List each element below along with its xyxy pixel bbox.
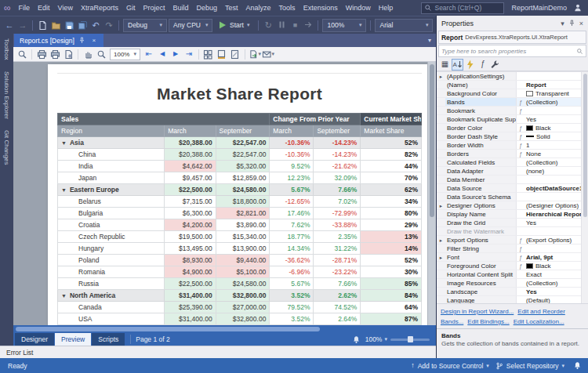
property-row-border-width[interactable]: Border Widthƒ1 bbox=[437, 141, 581, 150]
zoom-slider[interactable] bbox=[390, 339, 430, 341]
zoom-slider-thumb[interactable] bbox=[408, 336, 413, 342]
collapse-triangle-icon[interactable]: ▼ bbox=[61, 187, 67, 193]
pin-icon[interactable] bbox=[568, 20, 575, 27]
export-icon[interactable]: ▾ bbox=[249, 48, 261, 60]
tab-list-chevron-icon[interactable]: ▾ bbox=[423, 34, 436, 47]
property-row-border-dash-style[interactable]: Border Dash StyleƒSolid bbox=[437, 132, 581, 141]
close-icon[interactable]: × bbox=[579, 20, 583, 27]
open-icon[interactable] bbox=[49, 19, 62, 31]
property-value[interactable]: Black bbox=[524, 124, 581, 132]
step-icon[interactable] bbox=[302, 19, 314, 31]
pin-icon[interactable] bbox=[78, 37, 86, 45]
prev-page-icon[interactable]: ◀ bbox=[156, 48, 169, 60]
menu-item-test[interactable]: Test bbox=[221, 2, 242, 13]
property-value[interactable]: Black bbox=[524, 262, 581, 270]
link-design-in-report-wizard[interactable]: Design in Report Wizard... bbox=[441, 308, 514, 315]
expand-icon[interactable]: ▸ bbox=[437, 72, 445, 80]
property-value[interactable] bbox=[524, 227, 581, 235]
expand-icon[interactable]: ▸ bbox=[437, 236, 445, 244]
search-icon[interactable] bbox=[16, 48, 28, 60]
preview-zoom-combo[interactable]: 100%▾ bbox=[110, 49, 140, 60]
object-selector-combo[interactable]: Report DevExpress.XtraReports.UI.XtraRep… bbox=[438, 31, 586, 44]
property-row-filter-string[interactable]: Filter Stringƒ bbox=[437, 244, 581, 253]
menu-item-extensions[interactable]: Extensions bbox=[299, 2, 342, 13]
property-value[interactable]: (Designer Options) bbox=[524, 201, 581, 209]
property-value[interactable]: (Default) bbox=[524, 296, 581, 303]
stop-icon[interactable]: ■ bbox=[289, 19, 301, 31]
property-row-export-options[interactable]: ▸Export Optionsƒ(Export Options) bbox=[437, 236, 581, 244]
property-row-borders[interactable]: BordersƒNone bbox=[437, 150, 581, 158]
property-value[interactable]: objectDataSource1 bbox=[524, 184, 581, 192]
tab-preview[interactable]: Preview bbox=[55, 333, 91, 346]
document-tab[interactable]: Report.cs [Design] × bbox=[14, 34, 103, 47]
close-icon[interactable]: × bbox=[90, 37, 98, 45]
collapse-triangle-icon[interactable]: ▼ bbox=[61, 293, 67, 299]
rail-tab-toolbox[interactable]: Toolbox bbox=[3, 38, 10, 60]
property-value[interactable] bbox=[524, 193, 581, 201]
menu-item-view[interactable]: View bbox=[54, 2, 77, 13]
account-icon[interactable] bbox=[572, 2, 584, 14]
property-value[interactable]: (Collection) bbox=[524, 279, 581, 287]
bell-icon[interactable] bbox=[350, 333, 363, 346]
tab-designer[interactable]: Designer bbox=[15, 333, 54, 346]
property-value[interactable]: Yes bbox=[524, 115, 581, 123]
property-row-draw-the-grid[interactable]: Draw the GridYes bbox=[437, 219, 581, 227]
properties-search-input[interactable] bbox=[441, 48, 576, 55]
menu-item-edit[interactable]: Edit bbox=[34, 2, 54, 13]
chevron-down-icon[interactable]: ▾ bbox=[384, 336, 387, 342]
collapse-triangle-icon[interactable]: ▼ bbox=[61, 140, 67, 146]
property-row-applicationsettings[interactable]: ▸(ApplicationSettings) bbox=[437, 72, 581, 81]
search-box[interactable] bbox=[421, 2, 504, 14]
menu-item-tools[interactable]: Tools bbox=[275, 2, 299, 13]
bell-icon[interactable] bbox=[571, 360, 583, 372]
property-row-background-color[interactable]: Background ColorTransparent bbox=[437, 89, 581, 98]
property-value[interactable]: Arial, 9pt bbox=[524, 253, 581, 261]
property-row-landscape[interactable]: LandscapeYes bbox=[437, 288, 581, 296]
email-icon[interactable]: ▾ bbox=[262, 48, 274, 60]
quick-print-icon[interactable] bbox=[49, 48, 61, 60]
property-value[interactable] bbox=[524, 72, 581, 80]
categorized-icon[interactable]: ▦ bbox=[439, 59, 451, 71]
menu-item-help[interactable]: Help bbox=[375, 2, 397, 13]
magnifier-icon[interactable] bbox=[95, 48, 107, 60]
property-pages-icon[interactable] bbox=[489, 59, 501, 71]
multipage-icon[interactable] bbox=[202, 48, 215, 60]
platform-combo[interactable]: Any CPU▾ bbox=[169, 19, 212, 32]
property-row-data-adapter[interactable]: Data Adapter(none) bbox=[437, 167, 581, 176]
new-file-icon[interactable] bbox=[36, 19, 49, 31]
property-row-font[interactable]: ▸FontƒArial, 9pt bbox=[437, 253, 581, 262]
expressions-icon[interactable]: ƒ bbox=[477, 59, 488, 71]
property-row-data-member[interactable]: Data Member bbox=[437, 176, 581, 184]
rail-tab-solution-explorer[interactable]: Solution Explorer bbox=[3, 71, 10, 119]
hand-tool-icon[interactable] bbox=[82, 48, 94, 60]
menu-item-xtrareports[interactable]: XtraReports bbox=[77, 2, 122, 13]
property-value[interactable] bbox=[524, 176, 581, 183]
property-row-bands[interactable]: Bandsƒ(Collection) bbox=[437, 98, 581, 107]
property-value[interactable]: Yes bbox=[524, 288, 581, 295]
vertical-scrollbar[interactable] bbox=[427, 62, 436, 325]
property-row-data-source-s-schema[interactable]: Data Source's Schema bbox=[437, 193, 581, 201]
back-icon[interactable]: ← bbox=[3, 19, 16, 31]
pause-icon[interactable] bbox=[275, 19, 288, 31]
property-row-image-resources[interactable]: Image Resources(Collection) bbox=[437, 279, 581, 288]
property-row-draw-the-watermark[interactable]: Draw the Watermark bbox=[437, 227, 581, 236]
property-value[interactable]: (Collection) bbox=[524, 98, 581, 106]
font-name-combo[interactable]: Arial▾ bbox=[375, 19, 433, 32]
property-value[interactable]: (none) bbox=[524, 167, 581, 175]
property-value[interactable]: Hierarchical Report bbox=[524, 210, 581, 218]
property-value[interactable]: Yes bbox=[524, 219, 581, 226]
property-value[interactable]: Report bbox=[524, 81, 581, 89]
menu-item-window[interactable]: Window bbox=[342, 2, 375, 13]
property-value[interactable] bbox=[524, 107, 581, 114]
property-row-name[interactable]: (Name)Report bbox=[437, 81, 581, 89]
menu-item-file[interactable]: File bbox=[15, 2, 34, 13]
property-value[interactable] bbox=[524, 244, 581, 252]
scrollbar-thumb[interactable] bbox=[430, 64, 434, 217]
error-list-bar[interactable]: Error List bbox=[0, 346, 436, 358]
page-setup-icon[interactable] bbox=[62, 48, 74, 60]
undo-icon[interactable]: ↶ bbox=[89, 19, 102, 31]
chevron-down-icon[interactable]: ▾ bbox=[561, 20, 564, 27]
horizontal-scrollbar[interactable] bbox=[13, 325, 436, 333]
scrollbar-thumb[interactable] bbox=[16, 327, 320, 331]
property-value[interactable]: (Export Options) bbox=[524, 236, 581, 244]
